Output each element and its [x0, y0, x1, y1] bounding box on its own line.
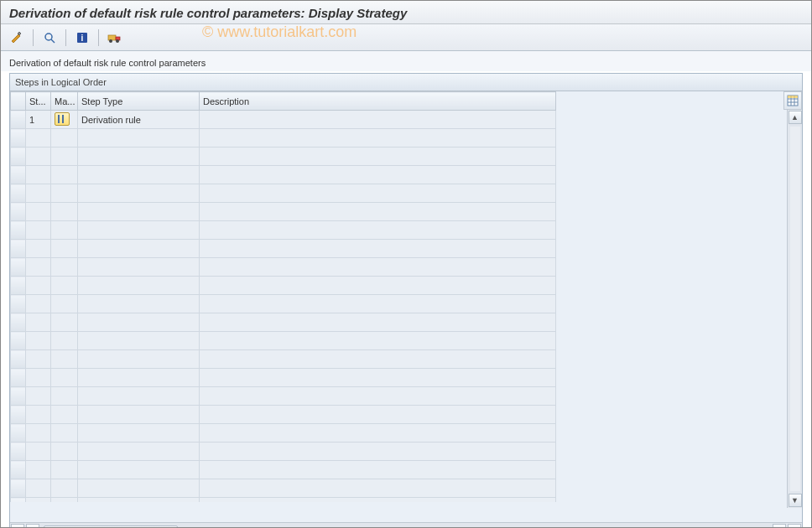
table-row[interactable] [11, 369, 556, 387]
row-selector[interactable] [11, 129, 26, 148]
cell-description[interactable] [200, 295, 556, 313]
cell-maint[interactable] [51, 295, 78, 313]
cell-step-type[interactable] [78, 166, 200, 184]
table-row[interactable] [11, 424, 556, 443]
cell-description[interactable] [200, 203, 556, 221]
cell-maint[interactable] [51, 332, 78, 350]
table-row[interactable] [11, 461, 556, 479]
cell-maint[interactable] [51, 479, 78, 498]
cell-description[interactable] [200, 258, 556, 277]
col-step-no[interactable]: St... [26, 92, 51, 111]
row-selector[interactable] [11, 258, 26, 277]
row-selector[interactable] [11, 443, 26, 461]
row-selector[interactable] [11, 350, 26, 369]
cell-description[interactable] [200, 461, 556, 479]
table-row[interactable] [11, 406, 556, 424]
row-selector[interactable] [11, 166, 26, 184]
row-selector[interactable] [11, 221, 26, 240]
cell-step-type[interactable] [78, 295, 200, 313]
vertical-scrollbar[interactable]: ▲ ▼ [787, 110, 802, 508]
cell-step-no[interactable] [26, 148, 51, 166]
cell-description[interactable] [200, 424, 556, 443]
row-selector[interactable] [11, 461, 26, 479]
scroll-left-button[interactable]: ▸ [26, 524, 39, 529]
row-selector[interactable] [11, 203, 26, 221]
col-rowselect[interactable] [11, 92, 26, 111]
cell-step-no[interactable] [26, 221, 51, 240]
cell-description[interactable] [200, 148, 556, 166]
cell-step-no[interactable] [26, 129, 51, 148]
cell-step-no[interactable] [26, 498, 51, 503]
scroll-up-button[interactable]: ▲ [789, 111, 802, 124]
row-selector[interactable] [11, 498, 26, 503]
cell-step-type[interactable] [78, 240, 200, 258]
cell-step-type[interactable] [78, 332, 200, 350]
horizontal-scrollbar[interactable]: ◂ ▸ ◂ ▸ [10, 522, 802, 528]
cell-maint[interactable] [51, 258, 78, 277]
cell-step-no[interactable] [26, 406, 51, 424]
table-row[interactable] [11, 443, 556, 461]
cell-description[interactable] [200, 369, 556, 387]
cell-step-type[interactable] [78, 313, 200, 332]
cell-step-type[interactable] [78, 461, 200, 479]
cell-step-type[interactable] [78, 369, 200, 387]
row-selector[interactable] [11, 313, 26, 332]
row-selector[interactable] [11, 111, 26, 129]
cell-step-no[interactable] [26, 295, 51, 313]
cell-description[interactable] [200, 221, 556, 240]
cell-maint[interactable] [51, 184, 78, 203]
cell-step-no[interactable] [26, 424, 51, 443]
cell-maint[interactable] [51, 240, 78, 258]
cell-description[interactable] [200, 184, 556, 203]
cell-step-no[interactable] [26, 277, 51, 295]
cell-step-type[interactable]: Derivation rule [78, 111, 200, 129]
cell-maint[interactable] [51, 424, 78, 443]
table-row[interactable] [11, 148, 556, 166]
cell-step-no[interactable] [26, 203, 51, 221]
cell-maint[interactable] [51, 369, 78, 387]
cell-maint[interactable] [51, 387, 78, 406]
row-selector[interactable] [11, 295, 26, 313]
inspect-button[interactable] [40, 28, 59, 47]
scroll-last-button[interactable]: ▸ [788, 524, 801, 529]
cell-maint[interactable] [51, 221, 78, 240]
row-selector[interactable] [11, 479, 26, 498]
cell-step-type[interactable] [78, 424, 200, 443]
col-maint[interactable]: Ma... [51, 92, 78, 111]
cell-maint[interactable] [51, 277, 78, 295]
table-row[interactable] [11, 240, 556, 258]
cell-description[interactable] [200, 313, 556, 332]
cell-step-no[interactable] [26, 240, 51, 258]
cell-step-no[interactable]: 1 [26, 111, 51, 129]
cell-maint[interactable] [51, 129, 78, 148]
table-row[interactable] [11, 203, 556, 221]
cell-maint[interactable] [51, 406, 78, 424]
cell-description[interactable] [200, 166, 556, 184]
cell-step-type[interactable] [78, 277, 200, 295]
transport-button[interactable] [106, 28, 124, 47]
scroll-first-button[interactable]: ◂ [11, 524, 24, 529]
cell-step-type[interactable] [78, 203, 200, 221]
table-row[interactable] [11, 350, 556, 369]
cell-description[interactable] [200, 111, 556, 129]
table-row[interactable] [11, 277, 556, 295]
cell-step-type[interactable] [78, 184, 200, 203]
cell-description[interactable] [200, 406, 556, 424]
cell-maint[interactable] [51, 313, 78, 332]
cell-maint[interactable] [51, 166, 78, 184]
col-description[interactable]: Description [200, 92, 556, 111]
cell-step-no[interactable] [26, 369, 51, 387]
cell-description[interactable] [200, 443, 556, 461]
cell-step-no[interactable] [26, 332, 51, 350]
table-row[interactable] [11, 221, 556, 240]
table-config-button[interactable] [783, 91, 802, 110]
col-step-type[interactable]: Step Type [78, 92, 200, 111]
table-row[interactable] [11, 313, 556, 332]
cell-step-no[interactable] [26, 313, 51, 332]
cell-step-no[interactable] [26, 479, 51, 498]
row-selector[interactable] [11, 369, 26, 387]
info-button[interactable]: i [73, 28, 91, 47]
row-selector[interactable] [11, 240, 26, 258]
scroll-right-button[interactable]: ◂ [773, 524, 786, 529]
cell-step-type[interactable] [78, 479, 200, 498]
